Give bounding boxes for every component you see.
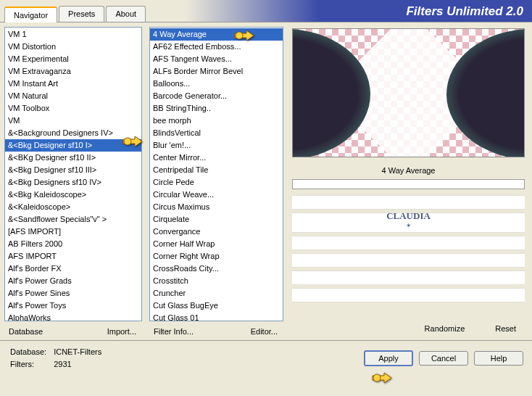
list-item[interactable]: ALFs Border Mirror Bevel — [150, 65, 283, 78]
list-item[interactable]: &<Bkg Designers sf10 IV> — [5, 176, 141, 189]
list-item[interactable]: VM Natural — [5, 90, 141, 102]
list-item[interactable]: VM 1 — [5, 28, 141, 41]
category-list[interactable]: VM 1VM DistortionVM ExperimentalVM Extra… — [5, 28, 141, 321]
list-item[interactable]: Circus Maximus — [150, 201, 283, 213]
list-item[interactable]: VM Toolbox — [5, 102, 141, 115]
list-item[interactable]: Blur 'em!... — [150, 139, 283, 152]
list-item[interactable]: AlphaWorks — [5, 312, 141, 321]
list-item[interactable]: Alf's Border FX — [5, 263, 141, 275]
parameter-area: CLAUDIA ✶ — [292, 195, 525, 317]
list-item[interactable]: &<Kaleidoscope> — [5, 201, 141, 213]
preview-image — [292, 28, 525, 157]
list-item[interactable]: BlindsVertical — [150, 127, 283, 139]
list-item[interactable]: &<BKg Designer sf10 II> — [5, 152, 141, 164]
list-item[interactable]: Balloons... — [150, 78, 283, 90]
watermark: CLAUDIA — [386, 210, 431, 222]
filter-list-box: 4 Way AverageAF62 Effected Emboss...AFS … — [149, 27, 283, 321]
list-item[interactable]: &<Bkg Designer sf10 III> — [5, 164, 141, 176]
list-item[interactable]: &<Bkg Kaleidoscope> — [5, 189, 141, 201]
cancel-button[interactable]: Cancel — [419, 351, 468, 366]
list-item[interactable]: AFS IMPORT — [5, 250, 141, 263]
list-item[interactable]: Cut Glass BugEye — [150, 300, 283, 312]
list-item[interactable]: VM Extravaganza — [5, 65, 141, 78]
tab-presets[interactable]: Presets — [59, 6, 104, 22]
list-item[interactable]: Centripedal Tile — [150, 164, 283, 176]
progress-bar — [292, 179, 525, 189]
list-item[interactable]: Alf's Power Grads — [5, 275, 141, 287]
list-item[interactable]: VM Instant Art — [5, 78, 141, 90]
preview-label: 4 Way Average — [292, 162, 525, 178]
list-item[interactable]: Circle Pede — [150, 176, 283, 189]
list-item[interactable]: Alf's Power Toys — [5, 300, 141, 312]
list-item[interactable]: Alf's Power Sines — [5, 287, 141, 300]
list-item[interactable]: AB Filters 2000 — [5, 238, 141, 250]
help-button[interactable]: Help — [474, 351, 523, 366]
editor-button[interactable]: Editor... — [246, 327, 282, 336]
list-item[interactable]: Corner Half Wrap — [150, 238, 283, 250]
tab-navigator[interactable]: Navigator — [4, 7, 57, 22]
list-item[interactable]: Cirquelate — [150, 213, 283, 226]
list-item[interactable]: Crosstitch — [150, 275, 283, 287]
list-item[interactable]: Corner Right Wrap — [150, 250, 283, 263]
list-item[interactable]: &<Sandflower Specials"v" > — [5, 213, 141, 226]
import-button[interactable]: Import... — [103, 327, 141, 336]
list-item[interactable]: &<Bkg Designer sf10 I> — [5, 139, 141, 152]
footer-info: Database:ICNET-Filters Filters:2931 — [9, 345, 109, 371]
list-item[interactable]: BB StringThing.. — [150, 102, 283, 115]
filter-list[interactable]: 4 Way AverageAF62 Effected Emboss...AFS … — [150, 28, 283, 321]
list-item[interactable]: &<Background Designers IV> — [5, 127, 141, 139]
list-item[interactable]: Convergance — [150, 226, 283, 238]
list-item[interactable]: AF62 Effected Emboss... — [150, 41, 283, 53]
list-item[interactable]: Center Mirror... — [150, 152, 283, 164]
filter-info-button[interactable]: Filter Info... — [149, 327, 198, 336]
reset-button[interactable]: Reset — [491, 324, 520, 333]
database-button[interactable]: Database — [4, 327, 47, 336]
list-item[interactable]: VM Experimental — [5, 53, 141, 65]
randomize-button[interactable]: Randomize — [420, 324, 470, 333]
app-title: Filters Unlimited 2.0 — [406, 4, 523, 22]
list-item[interactable]: [AFS IMPORT] — [5, 226, 141, 238]
apply-button[interactable]: Apply — [364, 350, 413, 366]
tab-bar: Navigator Presets About — [0, 6, 147, 22]
category-list-box: VM 1VM DistortionVM ExperimentalVM Extra… — [4, 27, 142, 321]
list-item[interactable]: bee morph — [150, 115, 283, 127]
list-item[interactable]: Barcode Generator... — [150, 90, 283, 102]
list-item[interactable]: Cut Glass 01 — [150, 312, 283, 321]
list-item[interactable]: VM Distortion — [5, 41, 141, 53]
tab-about[interactable]: About — [106, 6, 146, 22]
list-item[interactable]: CrossRoads City... — [150, 263, 283, 275]
list-item[interactable]: VM — [5, 115, 141, 127]
watermark-icon: ✶ — [406, 222, 412, 229]
list-item[interactable]: Cruncher — [150, 287, 283, 300]
list-item[interactable]: 4 Way Average — [150, 28, 283, 41]
list-item[interactable]: AFS Tangent Waves... — [150, 53, 283, 65]
list-item[interactable]: Circular Weave... — [150, 189, 283, 201]
